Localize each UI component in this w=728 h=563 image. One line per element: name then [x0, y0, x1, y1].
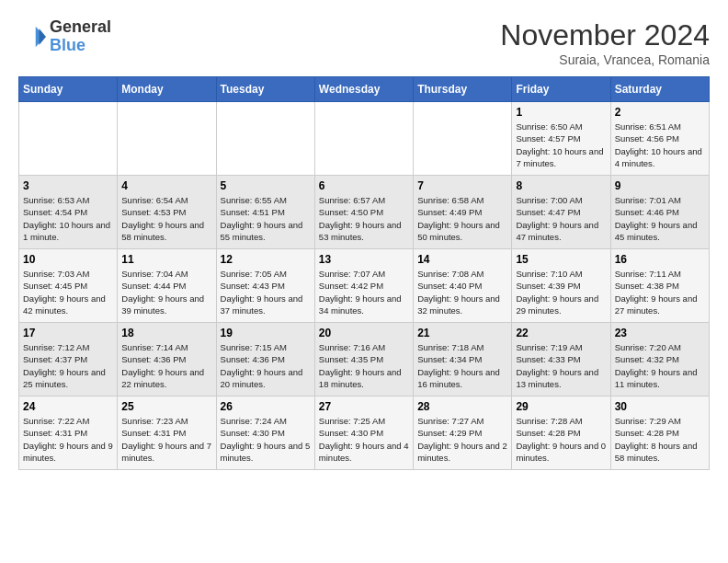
day-header-friday: Friday	[512, 77, 610, 102]
calendar-cell: 27Sunrise: 7:25 AM Sunset: 4:30 PM Dayli…	[314, 396, 413, 470]
calendar-cell: 28Sunrise: 7:27 AM Sunset: 4:29 PM Dayli…	[414, 396, 512, 470]
calendar-cell: 21Sunrise: 7:18 AM Sunset: 4:34 PM Dayli…	[414, 323, 512, 396]
day-info: Sunrise: 7:03 AM Sunset: 4:45 PM Dayligh…	[23, 268, 113, 316]
day-info: Sunrise: 6:55 AM Sunset: 4:51 PM Dayligh…	[221, 194, 311, 243]
day-number: 19	[221, 327, 311, 339]
day-number: 12	[221, 253, 311, 266]
location-subtitle: Suraia, Vrancea, Romania	[500, 52, 710, 67]
day-number: 1	[516, 106, 606, 119]
day-number: 9	[615, 179, 705, 192]
header-row: SundayMondayTuesdayWednesdayThursdayFrid…	[19, 77, 710, 102]
day-info: Sunrise: 7:14 AM Sunset: 4:36 PM Dayligh…	[121, 341, 211, 390]
day-number: 27	[319, 400, 409, 413]
calendar-cell: 25Sunrise: 7:23 AM Sunset: 4:31 PM Dayli…	[118, 396, 216, 470]
day-header-sunday: Sunday	[19, 77, 118, 102]
day-header-wednesday: Wednesday	[314, 77, 413, 102]
day-info: Sunrise: 6:58 AM Sunset: 4:49 PM Dayligh…	[417, 194, 507, 243]
calendar-cell: 18Sunrise: 7:14 AM Sunset: 4:36 PM Dayli…	[118, 323, 216, 396]
day-header-saturday: Saturday	[610, 77, 709, 102]
day-number: 23	[615, 327, 705, 339]
day-number: 26	[221, 400, 311, 413]
day-info: Sunrise: 7:04 AM Sunset: 4:44 PM Dayligh…	[121, 268, 211, 316]
day-info: Sunrise: 7:10 AM Sunset: 4:39 PM Dayligh…	[516, 268, 606, 316]
day-number: 6	[319, 179, 409, 192]
day-info: Sunrise: 7:18 AM Sunset: 4:34 PM Dayligh…	[417, 341, 507, 390]
day-number: 14	[417, 253, 507, 266]
calendar-cell: 9Sunrise: 7:01 AM Sunset: 4:46 PM Daylig…	[610, 176, 709, 249]
calendar-week-5: 24Sunrise: 7:22 AM Sunset: 4:31 PM Dayli…	[19, 396, 710, 470]
day-info: Sunrise: 7:20 AM Sunset: 4:32 PM Dayligh…	[615, 341, 705, 390]
day-number: 18	[121, 327, 211, 339]
day-number: 4	[121, 179, 211, 192]
calendar-cell	[19, 102, 118, 176]
title-section: November 2024 Suraia, Vrancea, Romania	[500, 18, 710, 67]
calendar-cell: 13Sunrise: 7:07 AM Sunset: 4:42 PM Dayli…	[314, 249, 413, 323]
calendar-cell: 7Sunrise: 6:58 AM Sunset: 4:49 PM Daylig…	[414, 176, 512, 249]
calendar-cell: 19Sunrise: 7:15 AM Sunset: 4:36 PM Dayli…	[216, 323, 314, 396]
day-info: Sunrise: 6:54 AM Sunset: 4:53 PM Dayligh…	[121, 194, 211, 243]
day-number: 15	[516, 253, 606, 266]
calendar-cell: 22Sunrise: 7:19 AM Sunset: 4:33 PM Dayli…	[512, 323, 610, 396]
calendar-cell: 23Sunrise: 7:20 AM Sunset: 4:32 PM Dayli…	[610, 323, 709, 396]
calendar-cell	[216, 102, 314, 176]
logo-icon	[18, 23, 46, 51]
calendar-cell: 3Sunrise: 6:53 AM Sunset: 4:54 PM Daylig…	[19, 176, 118, 249]
calendar-cell: 10Sunrise: 7:03 AM Sunset: 4:45 PM Dayli…	[19, 249, 118, 323]
day-number: 13	[319, 253, 409, 266]
calendar-week-1: 1Sunrise: 6:50 AM Sunset: 4:57 PM Daylig…	[19, 102, 710, 176]
calendar-cell	[314, 102, 413, 176]
day-info: Sunrise: 7:11 AM Sunset: 4:38 PM Dayligh…	[615, 268, 705, 316]
calendar-cell: 14Sunrise: 7:08 AM Sunset: 4:40 PM Dayli…	[414, 249, 512, 323]
day-info: Sunrise: 7:25 AM Sunset: 4:30 PM Dayligh…	[319, 415, 409, 464]
calendar-cell: 11Sunrise: 7:04 AM Sunset: 4:44 PM Dayli…	[118, 249, 216, 323]
day-info: Sunrise: 7:19 AM Sunset: 4:33 PM Dayligh…	[516, 341, 606, 390]
day-info: Sunrise: 7:05 AM Sunset: 4:43 PM Dayligh…	[221, 268, 311, 316]
calendar-cell: 26Sunrise: 7:24 AM Sunset: 4:30 PM Dayli…	[216, 396, 314, 470]
day-info: Sunrise: 6:53 AM Sunset: 4:54 PM Dayligh…	[23, 194, 113, 243]
day-info: Sunrise: 7:24 AM Sunset: 4:30 PM Dayligh…	[221, 415, 311, 464]
day-header-monday: Monday	[118, 77, 216, 102]
day-info: Sunrise: 6:50 AM Sunset: 4:57 PM Dayligh…	[516, 121, 606, 169]
calendar-cell	[414, 102, 512, 176]
calendar-cell: 16Sunrise: 7:11 AM Sunset: 4:38 PM Dayli…	[610, 249, 709, 323]
day-number: 20	[319, 327, 409, 339]
day-number: 5	[221, 179, 311, 192]
day-number: 11	[121, 253, 211, 266]
calendar-cell: 5Sunrise: 6:55 AM Sunset: 4:51 PM Daylig…	[216, 176, 314, 249]
calendar-cell: 8Sunrise: 7:00 AM Sunset: 4:47 PM Daylig…	[512, 176, 610, 249]
day-number: 28	[417, 400, 507, 413]
page-header: General Blue November 2024 Suraia, Vranc…	[18, 18, 710, 67]
day-info: Sunrise: 6:57 AM Sunset: 4:50 PM Dayligh…	[319, 194, 409, 243]
calendar-week-4: 17Sunrise: 7:12 AM Sunset: 4:37 PM Dayli…	[19, 323, 710, 396]
day-number: 21	[417, 327, 507, 339]
day-number: 30	[615, 400, 705, 413]
day-number: 25	[121, 400, 211, 413]
day-number: 8	[516, 179, 606, 192]
day-info: Sunrise: 7:01 AM Sunset: 4:46 PM Dayligh…	[615, 194, 705, 243]
month-title: November 2024	[500, 18, 710, 52]
calendar-cell: 12Sunrise: 7:05 AM Sunset: 4:43 PM Dayli…	[216, 249, 314, 323]
day-info: Sunrise: 7:15 AM Sunset: 4:36 PM Dayligh…	[221, 341, 311, 390]
day-info: Sunrise: 7:22 AM Sunset: 4:31 PM Dayligh…	[23, 415, 113, 464]
day-number: 7	[417, 179, 507, 192]
calendar-cell: 17Sunrise: 7:12 AM Sunset: 4:37 PM Dayli…	[19, 323, 118, 396]
day-info: Sunrise: 7:16 AM Sunset: 4:35 PM Dayligh…	[319, 341, 409, 390]
day-number: 17	[23, 327, 113, 339]
calendar-cell: 6Sunrise: 6:57 AM Sunset: 4:50 PM Daylig…	[314, 176, 413, 249]
calendar-cell: 29Sunrise: 7:28 AM Sunset: 4:28 PM Dayli…	[512, 396, 610, 470]
calendar-cell: 2Sunrise: 6:51 AM Sunset: 4:56 PM Daylig…	[610, 102, 709, 176]
calendar-cell: 30Sunrise: 7:29 AM Sunset: 4:28 PM Dayli…	[610, 396, 709, 470]
day-number: 2	[615, 106, 705, 119]
day-number: 24	[23, 400, 113, 413]
calendar-cell: 20Sunrise: 7:16 AM Sunset: 4:35 PM Dayli…	[314, 323, 413, 396]
day-info: Sunrise: 7:07 AM Sunset: 4:42 PM Dayligh…	[319, 268, 409, 316]
day-info: Sunrise: 7:08 AM Sunset: 4:40 PM Dayligh…	[417, 268, 507, 316]
calendar-cell: 4Sunrise: 6:54 AM Sunset: 4:53 PM Daylig…	[118, 176, 216, 249]
day-header-thursday: Thursday	[414, 77, 512, 102]
calendar-cell	[118, 102, 216, 176]
calendar-cell: 24Sunrise: 7:22 AM Sunset: 4:31 PM Dayli…	[19, 396, 118, 470]
day-number: 10	[23, 253, 113, 266]
day-info: Sunrise: 7:27 AM Sunset: 4:29 PM Dayligh…	[417, 415, 507, 464]
day-number: 29	[516, 400, 606, 413]
calendar-table: SundayMondayTuesdayWednesdayThursdayFrid…	[18, 76, 710, 470]
